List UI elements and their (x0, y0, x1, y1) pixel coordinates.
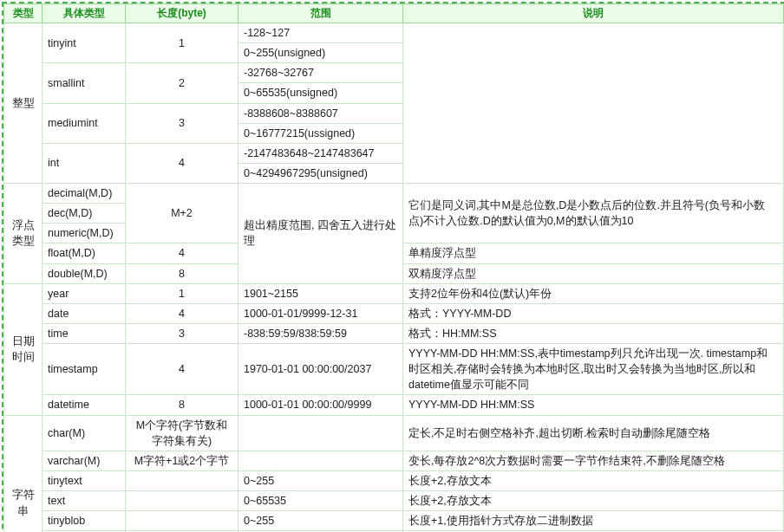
cell-range: -838:59:59/838:59:59 (238, 323, 403, 343)
category-date: 日期时间 (4, 283, 42, 415)
table-row: 字符串 char(M) M个字符(字节数和字符集有关) 定长,不足时右侧空格补齐… (4, 415, 784, 451)
table-row: 日期时间 year 1 1901~2155 支持2位年份和4位(默认)年份 (4, 283, 784, 303)
cell-subtype: timestamp (42, 344, 126, 395)
cell-length: 8 (126, 395, 238, 415)
cell-subtype: time (42, 323, 126, 343)
cell-subtype: varchar(M) (42, 451, 126, 470)
cell-range: 0~4294967295(unsigned) (238, 163, 403, 183)
col-desc: 说明 (403, 4, 784, 23)
cell-desc: 它们是同义词,其中M是总位数,D是小数点后的位数.并且符号(负号和小数点)不计入… (403, 184, 784, 243)
cell-desc: 单精度浮点型 (403, 243, 784, 263)
cell-subtype: tinyblob (42, 511, 126, 531)
cell-length: 1 (126, 23, 238, 63)
cell-range: 超出精度范围, 四舍五入进行处理 (238, 184, 403, 284)
cell-subtype: smallint (42, 63, 126, 103)
datatype-table: 类型 具体类型 长度(byte) 范围 说明 整型 tinyint 1 -128… (3, 3, 784, 532)
cell-subtype: float(M,D) (42, 243, 126, 263)
table-row: 浮点类型 decimal(M,D) M+2 超出精度范围, 四舍五入进行处理 它… (4, 184, 784, 204)
cell-subtype: decimal(M,D) (42, 184, 126, 204)
cell-desc: 长度+2,存放文本 (403, 470, 784, 490)
cell-range (238, 415, 403, 451)
cell-desc: 双精度浮点型 (403, 263, 784, 283)
cell-range: 0~255 (238, 470, 403, 490)
cell-length: 2 (126, 63, 238, 103)
cell-length: 3 (126, 103, 238, 143)
cell-length: M字符+1或2个字节 (126, 451, 238, 470)
cell-range: 0~65535(unsigned) (238, 83, 403, 103)
table-row: datetime 8 1000-01-01 00:00:00/9999 YYYY… (4, 395, 784, 415)
cell-subtype: double(M,D) (42, 263, 126, 283)
cell-length (126, 470, 238, 490)
cell-desc: 支持2位年份和4位(默认)年份 (403, 283, 784, 303)
cell-subtype: date (42, 303, 126, 323)
table-row: tinytext 0~255 长度+2,存放文本 (4, 470, 784, 490)
cell-length: M+2 (126, 184, 238, 243)
cell-range: -8388608~8388607 (238, 103, 403, 123)
cell-range: 1000-01-01 00:00:00/9999 (238, 395, 403, 415)
col-length: 长度(byte) (126, 4, 238, 23)
cell-desc: YYYY-MM-DD HH:MM:SS,表中timestamp列只允许出现一次.… (403, 344, 784, 395)
cell-desc: 长度+1,使用指针方式存放二进制数据 (403, 511, 784, 531)
cell-length: 4 (126, 143, 238, 183)
cell-desc: 变长,每存放2^8次方数据时需要一字节作结束符,不删除尾随空格 (403, 451, 784, 470)
table-row: varchar(M) M字符+1或2个字节 变长,每存放2^8次方数据时需要一字… (4, 451, 784, 470)
table-row: tinyblob 0~255 长度+1,使用指针方式存放二进制数据 (4, 511, 784, 531)
col-range: 范围 (238, 4, 403, 23)
table-row: time 3 -838:59:59/838:59:59 格式：HH:MM:SS (4, 323, 784, 343)
cell-range: -2147483648~2147483647 (238, 143, 403, 163)
cell-length: 4 (126, 243, 238, 263)
col-subtype: 具体类型 (42, 4, 126, 23)
cell-range: 0~65535 (238, 491, 403, 511)
cell-desc: 格式：HH:MM:SS (403, 323, 784, 343)
cell-length: M个字符(字节数和字符集有关) (126, 415, 238, 451)
cell-subtype: text (42, 491, 126, 511)
cell-subtype: datetime (42, 395, 126, 415)
cell-range: -32768~32767 (238, 63, 403, 83)
cell-length: 3 (126, 323, 238, 343)
cell-subtype: year (42, 283, 126, 303)
cell-subtype: numeric(M,D) (42, 224, 126, 243)
cell-length: 8 (126, 263, 238, 283)
table-row: text 0~65535 长度+2,存放文本 (4, 491, 784, 511)
cell-range (238, 451, 403, 470)
cell-range: 1000-01-01/9999-12-31 (238, 303, 403, 323)
table-row: timestamp 4 1970-01-01 00:00:00/2037 YYY… (4, 344, 784, 395)
cell-length: 1 (126, 283, 238, 303)
cell-length (126, 511, 238, 531)
cell-length: 4 (126, 344, 238, 395)
cell-range: 1970-01-01 00:00:00/2037 (238, 344, 403, 395)
cell-subtype: tinytext (42, 470, 126, 490)
category-string: 字符串 (4, 415, 42, 532)
cell-length: 4 (126, 303, 238, 323)
datatype-table-container: 类型 具体类型 长度(byte) 范围 说明 整型 tinyint 1 -128… (2, 2, 784, 532)
category-int: 整型 (4, 23, 42, 184)
cell-subtype: tinyint (42, 23, 126, 63)
table-row: 整型 tinyint 1 -128~127 (4, 23, 784, 43)
cell-range: 1901~2155 (238, 283, 403, 303)
cell-range: 0~255 (238, 511, 403, 531)
cell-desc: 定长,不足时右侧空格补齐,超出切断.检索时自动删除尾随空格 (403, 415, 784, 451)
category-float: 浮点类型 (4, 184, 42, 284)
cell-range: 0~16777215(ussigned) (238, 123, 403, 143)
header-row: 类型 具体类型 长度(byte) 范围 说明 (4, 4, 784, 23)
cell-desc: 长度+2,存放文本 (403, 491, 784, 511)
cell-desc (403, 23, 784, 184)
cell-desc: YYYY-MM-DD HH:MM:SS (403, 395, 784, 415)
col-type: 类型 (4, 4, 42, 23)
cell-subtype: int (42, 143, 126, 183)
cell-subtype: char(M) (42, 415, 126, 451)
cell-subtype: mediumint (42, 103, 126, 143)
table-row: date 4 1000-01-01/9999-12-31 格式：YYYY-MM-… (4, 303, 784, 323)
cell-desc: 格式：YYYY-MM-DD (403, 303, 784, 323)
cell-range: 0~255(unsigned) (238, 43, 403, 63)
cell-subtype: dec(M,D) (42, 204, 126, 224)
cell-length (126, 491, 238, 511)
cell-range: -128~127 (238, 23, 403, 43)
